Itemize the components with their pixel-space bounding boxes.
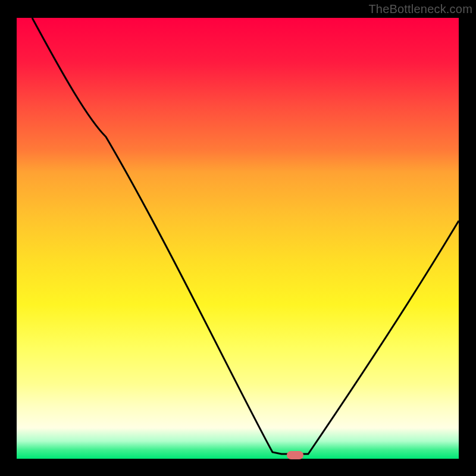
optimal-marker: [287, 451, 303, 459]
plot-area: [15, 17, 460, 460]
curve-svg: [17, 18, 459, 459]
watermark: TheBottleneck.com: [368, 2, 472, 16]
bottleneck-chart: TheBottleneck.com: [0, 0, 476, 476]
bottleneck-curve-path: [32, 18, 459, 454]
